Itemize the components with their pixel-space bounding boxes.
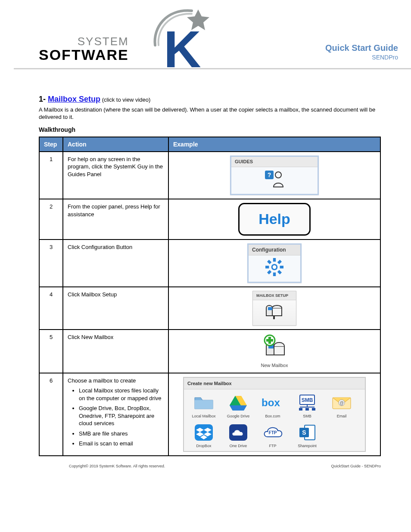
list-item: SMB are file shares	[79, 430, 164, 438]
step-action: Click Mailbox Setup	[63, 287, 168, 330]
step-action: From the copier panel, press Help for as…	[63, 199, 168, 240]
step-number: 5	[39, 330, 63, 373]
table-header-action: Action	[63, 137, 168, 152]
table-row: 1 For help on any screen in the program,…	[39, 152, 380, 199]
table-row: 4 Click Mailbox Setup MAILBOX SETUP	[39, 287, 380, 330]
systemk-guy-icon: ?	[264, 170, 285, 189]
step-number: 6	[39, 373, 63, 456]
mailbox-type-local[interactable]: Local Mailbox	[187, 394, 220, 419]
document-type-label: Quick Start Guide	[325, 43, 398, 53]
mailbox-type-label: Sharepoint	[291, 443, 324, 448]
box-icon: box	[262, 394, 284, 412]
step-action: Choose a mailbox to create Local Mailbox…	[63, 373, 168, 456]
svg-rect-19	[266, 339, 273, 342]
mailbox-type-label: Local Mailbox	[187, 414, 220, 419]
step-number: 2	[39, 199, 63, 240]
svg-rect-5	[273, 258, 276, 261]
mailbox-setup-link[interactable]: Mailbox Setup	[48, 95, 100, 103]
svg-marker-23	[230, 405, 247, 411]
mailbox-type-ftp[interactable]: FTP FTP	[256, 423, 289, 448]
smb-icon: SMB	[296, 394, 318, 412]
step-action: Click Configuration Button	[63, 240, 168, 287]
logo-text-system: SYSTEM	[39, 35, 129, 48]
mailbox-type-label: DropBox	[187, 443, 220, 448]
section-heading: Walkthrough	[39, 126, 381, 133]
mailbox-setup-panel-title: MAILBOX SETUP	[253, 291, 296, 300]
table-row: 5 Click New Mailbox	[39, 330, 380, 373]
mailbox-type-label: Email	[325, 414, 358, 419]
header-divider	[14, 68, 411, 69]
walkthrough-table: Step Action Example 1 For help on any sc…	[39, 137, 381, 456]
configuration-panel-title: Configuration	[249, 245, 300, 255]
table-row: 2 From the copier panel, press Help for …	[39, 199, 380, 240]
new-mailbox-button[interactable]: New Mailbox	[259, 333, 290, 368]
svg-rect-9	[277, 260, 282, 264]
step-action: For help on any screen in the program, c…	[63, 152, 168, 199]
title-link-note: (click to view video)	[100, 96, 150, 103]
title-prefix: 1-	[39, 95, 48, 103]
sharepoint-icon: S	[296, 423, 318, 442]
header-right-block: Quick Start Guide SENDPro	[325, 43, 398, 61]
table-row: 3 Click Configuration Button Configurati…	[39, 240, 380, 287]
create-mailbox-panel-title: Create new Mailbox	[184, 378, 365, 390]
step-action: Click New Mailbox	[63, 330, 168, 373]
svg-rect-30	[305, 408, 309, 411]
step-number: 4	[39, 287, 63, 330]
mailbox-type-googledrive[interactable]: Google Drive	[222, 394, 255, 419]
mailbox-type-box[interactable]: box Box.com	[256, 394, 289, 419]
svg-rect-8	[280, 266, 283, 268]
folder-icon	[193, 394, 215, 412]
mailbox-type-label: SMB	[291, 414, 324, 419]
mailbox-type-onedrive[interactable]: One Drive	[222, 423, 255, 448]
mailbox-type-label: FTP	[256, 443, 289, 448]
svg-rect-15	[273, 316, 275, 319]
svg-text:SMB: SMB	[302, 397, 313, 403]
svg-rect-10	[267, 270, 271, 274]
svg-text:@: @	[339, 401, 344, 405]
mailbox-type-dropbox[interactable]: DropBox	[187, 423, 220, 448]
svg-rect-6	[273, 273, 276, 276]
mailbox-type-smb[interactable]: SMB SMB	[291, 394, 324, 419]
list-item: Local Mailbox stores files locally on th…	[79, 387, 164, 402]
mailbox-type-sharepoint[interactable]: S Sharepoint	[291, 423, 324, 448]
guides-panel[interactable]: GUIDES ?	[230, 156, 319, 195]
new-mailbox-icon	[259, 333, 290, 359]
configuration-panel[interactable]: Configuration	[247, 243, 302, 283]
svg-rect-11	[267, 260, 271, 264]
footer-right-text: QuickStart Guide - SENDPro	[331, 464, 381, 468]
onedrive-icon	[227, 423, 249, 442]
table-row: 6 Choose a mailbox to create Local Mailb…	[39, 373, 380, 456]
svg-text:box: box	[262, 397, 280, 409]
footer-copyright: Copyright© 2019 SystemK Software. All ri…	[69, 464, 165, 468]
svg-rect-12	[277, 270, 282, 274]
list-item: Google Drive, Box, DropBox, Onedrive, FT…	[79, 404, 164, 427]
svg-rect-29	[299, 408, 302, 411]
logo-text-software: SOFTWARE	[39, 47, 129, 63]
svg-rect-31	[312, 408, 315, 411]
dropbox-icon	[193, 423, 215, 442]
create-mailbox-panel: Create new Mailbox	[183, 377, 366, 452]
svg-text:S: S	[302, 429, 306, 436]
svg-text:FTP: FTP	[269, 430, 277, 435]
guides-panel-title: GUIDES	[231, 157, 318, 167]
mailbox-type-label: Box.com	[256, 414, 289, 419]
svg-point-3	[275, 172, 281, 178]
step-number: 3	[39, 240, 63, 287]
svg-text:?: ?	[268, 171, 271, 178]
svg-point-13	[273, 265, 276, 269]
intro-paragraph: A Mailbox is a destination (where the sc…	[39, 106, 381, 121]
list-item: Email is scan to email	[79, 440, 164, 448]
table-header-step: Step	[39, 137, 63, 152]
logo-letter-k: K	[164, 26, 201, 72]
product-name-label: SENDPro	[325, 54, 398, 61]
mailbox-setup-panel[interactable]: MAILBOX SETUP	[252, 291, 296, 326]
help-button[interactable]: Help	[238, 203, 311, 236]
svg-rect-7	[265, 266, 269, 268]
mailbox-type-email[interactable]: @ Email	[325, 394, 358, 419]
step-number: 1	[39, 152, 63, 199]
gear-icon	[265, 258, 283, 276]
page-header: K SYSTEM SOFTWARE Quick Start Guide SEND…	[0, 0, 411, 82]
table-header-example: Example	[168, 137, 380, 152]
new-mailbox-caption: New Mailbox	[259, 362, 290, 369]
svg-rect-14	[268, 307, 272, 310]
